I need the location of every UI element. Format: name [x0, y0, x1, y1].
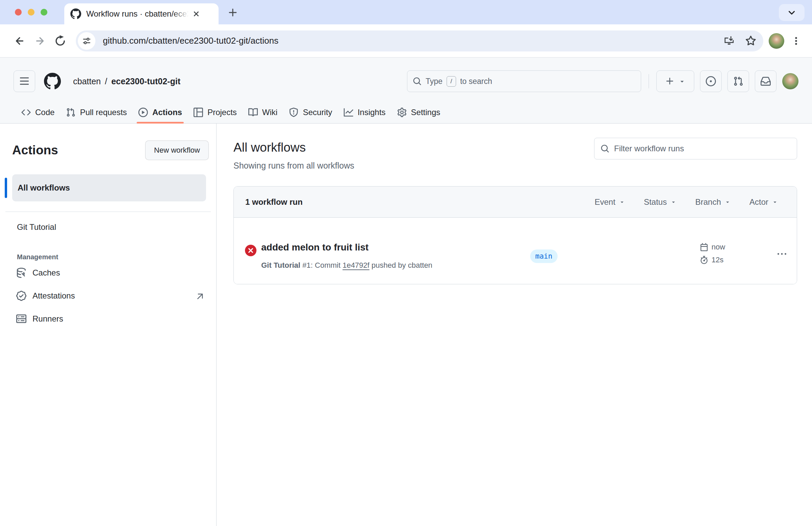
- cache-icon: [16, 268, 26, 278]
- shield-icon: [289, 108, 299, 117]
- minimize-window-button[interactable]: [28, 9, 34, 16]
- search-placeholder-prefix: Type: [426, 77, 443, 86]
- page-title: All workflows: [233, 141, 354, 155]
- site-info-icon[interactable]: [78, 32, 96, 50]
- new-workflow-button[interactable]: New workflow: [145, 141, 209, 160]
- github-user-avatar[interactable]: [782, 73, 798, 89]
- status-filter-dropdown[interactable]: Status: [644, 197, 676, 207]
- sidebar-item-runners[interactable]: Runners: [5, 308, 211, 330]
- sidebar-item-attestations[interactable]: Attestations: [5, 285, 211, 307]
- repo-nav: Code Pull requests Actions Projects Wiki…: [14, 101, 798, 123]
- tab-settings[interactable]: Settings: [391, 101, 446, 123]
- page-subtitle: Showing runs from all workflows: [233, 161, 354, 171]
- issues-button[interactable]: [700, 70, 722, 92]
- github-search-box[interactable]: Type / to search: [407, 70, 641, 92]
- global-nav-menu-button[interactable]: [14, 70, 35, 92]
- stopwatch-icon: [700, 256, 708, 264]
- tab-close-icon[interactable]: [190, 8, 202, 20]
- run-details: Git Tutorial #1: Commit 1e4792f pushed b…: [261, 261, 432, 270]
- git-pull-request-icon: [66, 108, 75, 117]
- url-text[interactable]: github.com/cbatten/ece2300-tut02-git/act…: [103, 35, 716, 46]
- header-divider: [649, 74, 649, 88]
- sidebar-title: Actions: [12, 143, 58, 157]
- run-meta: now 12s: [700, 243, 725, 264]
- event-filter-dropdown[interactable]: Event: [595, 197, 625, 207]
- create-new-button[interactable]: [656, 70, 694, 92]
- new-tab-button[interactable]: [226, 6, 240, 19]
- tab-title: Workflow runs · cbatten/ece2: [86, 9, 188, 19]
- arrow-up-right-icon: [194, 292, 203, 300]
- verified-icon: [16, 291, 26, 301]
- book-icon: [248, 108, 258, 117]
- server-icon: [16, 314, 26, 324]
- failed-status-icon: [245, 245, 257, 256]
- tab-search-button[interactable]: [779, 4, 804, 21]
- window-controls: [15, 9, 47, 16]
- browser-tab[interactable]: Workflow runs · cbatten/ece2: [64, 3, 219, 24]
- address-bar[interactable]: github.com/cbatten/ece2300-tut02-git/act…: [76, 30, 763, 52]
- filter-workflow-runs-box[interactable]: [594, 138, 797, 159]
- reload-button[interactable]: [52, 32, 69, 50]
- breadcrumb-separator: /: [105, 76, 107, 86]
- gear-icon: [397, 108, 407, 117]
- github-logo[interactable]: [44, 73, 61, 90]
- active-item-indicator: [5, 178, 7, 198]
- install-app-icon[interactable]: [721, 32, 738, 49]
- tab-wiki[interactable]: Wiki: [243, 101, 283, 123]
- run-count: 1 workflow run: [245, 197, 303, 207]
- branch-filter-dropdown[interactable]: Branch: [695, 197, 730, 207]
- tab-insights[interactable]: Insights: [338, 101, 391, 123]
- triangle-down-icon: [619, 199, 625, 205]
- code-icon: [21, 108, 31, 117]
- github-header: cbatten / ece2300-tut02-git Type / to se…: [0, 58, 812, 124]
- graph-icon: [344, 108, 353, 117]
- bookmark-star-icon[interactable]: [742, 32, 759, 49]
- filter-workflow-runs-input[interactable]: [614, 144, 791, 153]
- back-button[interactable]: [11, 32, 28, 50]
- forward-button[interactable]: [31, 32, 49, 50]
- triangle-down-icon: [725, 199, 730, 205]
- management-section-label: Management: [5, 253, 211, 261]
- breadcrumb-owner[interactable]: cbatten: [73, 76, 101, 86]
- browser-profile-avatar[interactable]: [769, 33, 784, 49]
- github-favicon: [70, 9, 81, 19]
- sidebar-divider: [5, 212, 211, 212]
- commit-link[interactable]: 1e4792f: [343, 261, 369, 269]
- inbox-icon: [760, 76, 771, 86]
- tab-pull-requests[interactable]: Pull requests: [60, 101, 133, 123]
- plus-icon: [665, 76, 675, 86]
- issue-opened-icon: [706, 76, 716, 86]
- breadcrumb-repo[interactable]: ece2300-tut02-git: [111, 76, 180, 86]
- browser-menu-icon[interactable]: [788, 33, 804, 49]
- actor-filter-dropdown[interactable]: Actor: [750, 197, 778, 207]
- sidebar-item-caches[interactable]: Caches: [5, 262, 211, 284]
- run-title-link[interactable]: added melon to fruit list: [261, 242, 368, 253]
- tab-actions[interactable]: Actions: [133, 101, 188, 123]
- project-icon: [193, 108, 203, 117]
- run-options-button[interactable]: [774, 247, 789, 262]
- search-placeholder-suffix: to search: [460, 77, 492, 86]
- inbox-button[interactable]: [755, 70, 777, 92]
- play-icon: [139, 108, 148, 117]
- zoom-window-button[interactable]: [41, 9, 47, 16]
- git-pull-request-icon: [733, 76, 743, 86]
- workflow-run-row[interactable]: added melon to fruit list Git Tutorial #…: [234, 218, 797, 284]
- triangle-down-icon: [670, 199, 676, 205]
- tab-projects[interactable]: Projects: [188, 101, 243, 123]
- search-icon: [413, 77, 422, 86]
- sidebar-item-all-workflows[interactable]: All workflows: [5, 174, 211, 201]
- actions-sidebar: Actions New workflow All workflows Git T…: [0, 124, 217, 526]
- sidebar-item-git-tutorial[interactable]: Git Tutorial: [5, 216, 211, 238]
- branch-badge[interactable]: main: [530, 250, 557, 263]
- close-window-button[interactable]: [15, 9, 21, 16]
- tab-code[interactable]: Code: [16, 101, 60, 123]
- tab-security[interactable]: Security: [283, 101, 338, 123]
- breadcrumb: cbatten / ece2300-tut02-git: [73, 76, 180, 86]
- run-duration: 12s: [711, 256, 723, 264]
- runs-card-header: 1 workflow run Event Status Branch: [234, 186, 797, 218]
- calendar-icon: [700, 243, 708, 251]
- pull-requests-button[interactable]: [727, 70, 749, 92]
- browser-tab-strip: Workflow runs · cbatten/ece2: [0, 0, 812, 24]
- triangle-down-icon: [772, 199, 778, 205]
- kebab-horizontal-icon: [778, 250, 786, 259]
